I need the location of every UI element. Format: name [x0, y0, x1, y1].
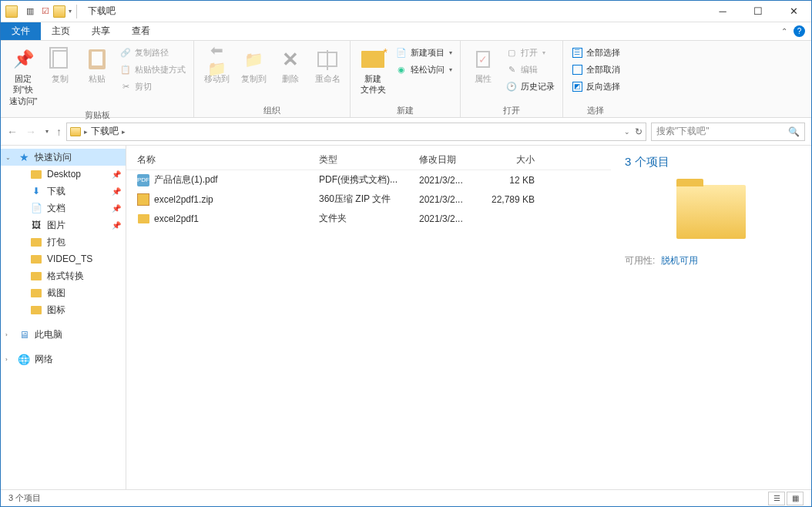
expand-icon[interactable]: ›	[5, 331, 8, 338]
tab-share[interactable]: 共享	[81, 22, 121, 40]
ribbon-group-clipboard: 📌 固定到"快 速访问" 复制 粘贴 🔗 复制路径 📋 粘贴快捷方式	[1, 41, 194, 117]
easy-access-button[interactable]: ◉ 轻松访问 ▾	[392, 61, 455, 78]
moveto-button[interactable]: ⬅📁 移动到	[199, 44, 234, 87]
copy-button[interactable]: 复制	[42, 44, 78, 87]
folder-icon	[30, 270, 42, 282]
sidebar-network[interactable]: › 🌐 网络	[1, 351, 126, 368]
column-date[interactable]: 修改日期	[419, 153, 481, 166]
breadcrumb-item[interactable]: 下载吧	[91, 125, 119, 138]
paste-icon	[89, 49, 106, 69]
details-pane: 3 个项目 可用性: 脱机可用	[611, 146, 811, 489]
ribbon-group-organize: ⬅📁 移动到 📁 复制到 ✕ 删除 重命名 组织	[194, 41, 351, 117]
sidebar-item[interactable]: 📄文档📌	[1, 200, 126, 217]
tab-view[interactable]: 查看	[121, 22, 161, 40]
file-size: 22,789 KB	[481, 194, 550, 205]
select-all-button[interactable]: ☰ 全部选择	[568, 44, 623, 61]
select-none-button[interactable]: 全部取消	[568, 61, 623, 78]
expand-icon[interactable]: ⌄	[5, 154, 11, 161]
copy-path-icon: 🔗	[119, 46, 132, 59]
navigation-bar: ← → ▾ ↑ ▸ 下载吧 ▸ ⌄ ↻ 搜索"下载吧" 🔍	[1, 118, 811, 146]
new-item-button[interactable]: 📄 新建项目 ▾	[392, 44, 455, 61]
file-row[interactable]: excel2pdf1文件夹2021/3/2...	[126, 209, 611, 228]
open-icon: ▢	[505, 46, 518, 59]
sidebar-item-label: 格式转换	[47, 270, 84, 283]
open-button[interactable]: ▢ 打开 ▾	[502, 44, 558, 61]
up-button[interactable]: ↑	[56, 126, 62, 138]
invert-selection-button[interactable]: ◩ 反向选择	[568, 78, 623, 95]
recent-dropdown-icon[interactable]: ▾	[45, 128, 49, 135]
main-area: ⌄ ★ 快速访问 Desktop📌⬇下载📌📄文档📌🖼图片📌打包VIDEO_TS格…	[1, 146, 811, 489]
tab-file[interactable]: 文件	[1, 22, 41, 40]
pin-icon: 📌	[112, 187, 121, 196]
history-button[interactable]: 🕑 历史记录	[502, 78, 558, 95]
ribbon-collapse-icon[interactable]: ⌃	[781, 27, 787, 35]
file-type: PDF(便携式文档)...	[319, 173, 419, 186]
qat-check-icon[interactable]: ☑	[39, 5, 52, 18]
properties-button[interactable]: ✓ 属性	[465, 44, 501, 87]
column-size[interactable]: 大小	[481, 153, 550, 166]
sidebar-this-pc[interactable]: › 🖥 此电脑	[1, 326, 126, 343]
address-bar[interactable]: ▸ 下载吧 ▸ ⌄ ↻	[66, 123, 646, 141]
pc-icon: 🖥	[18, 328, 30, 341]
edit-button[interactable]: ✎ 编辑	[502, 61, 558, 78]
new-folder-button[interactable]: 新建 文件夹	[355, 44, 391, 99]
file-list: 名称 类型 修改日期 大小 PDF产品信息(1).pdfPDF(便携式文档)..…	[126, 146, 611, 489]
delete-button[interactable]: ✕ 删除	[273, 44, 308, 87]
folder-icon	[30, 287, 42, 299]
ribbon-group-select: ☰ 全部选择 全部取消 ◩ 反向选择 选择	[563, 41, 628, 117]
file-name: excel2pdf1	[154, 213, 199, 224]
sidebar-item[interactable]: 截图	[1, 284, 126, 301]
sidebar-item[interactable]: 打包	[1, 233, 126, 250]
file-row[interactable]: PDF产品信息(1).pdfPDF(便携式文档)...2021/3/2...12…	[126, 170, 611, 190]
file-date: 2021/3/2...	[419, 175, 481, 186]
close-button[interactable]: ✕	[776, 1, 811, 22]
sidebar-item-label: Desktop	[47, 169, 81, 180]
file-name: 产品信息(1).pdf	[154, 173, 218, 186]
search-box[interactable]: 搜索"下载吧" 🔍	[651, 123, 805, 141]
sidebar-item[interactable]: ⬇下载📌	[1, 183, 126, 200]
tab-home[interactable]: 主页	[41, 22, 81, 40]
view-details-button[interactable]: ☰	[768, 492, 785, 505]
address-dropdown-icon[interactable]: ⌄	[624, 128, 630, 136]
file-row[interactable]: excel2pdf1.zip360压缩 ZIP 文件2021/3/2...22,…	[126, 190, 611, 209]
ribbon-group-open: ✓ 属性 ▢ 打开 ▾ ✎ 编辑 🕑 历史记录 打开	[461, 41, 563, 117]
ribbon-tabs: 文件 主页 共享 查看 ⌃ ?	[1, 22, 811, 41]
qat-dropdown-icon[interactable]: ▾	[69, 8, 72, 15]
search-icon[interactable]: 🔍	[788, 126, 800, 137]
minimize-button[interactable]: ─	[705, 1, 740, 22]
maximize-button[interactable]: ☐	[740, 1, 776, 22]
qat-properties-icon[interactable]: ▥	[24, 5, 36, 18]
refresh-button[interactable]: ↻	[635, 126, 643, 137]
address-folder-icon	[70, 127, 81, 136]
view-icons-button[interactable]: ▦	[787, 492, 804, 505]
window-title: 下载吧	[88, 5, 116, 18]
paste-shortcut-button[interactable]: 📋 粘贴快捷方式	[116, 61, 189, 78]
sidebar-item[interactable]: 格式转换	[1, 267, 126, 284]
sidebar-item[interactable]: VIDEO_TS	[1, 250, 126, 267]
expand-icon[interactable]: ›	[5, 356, 8, 363]
zip-icon	[137, 193, 149, 206]
sidebar-item[interactable]: 图标	[1, 301, 126, 318]
help-icon[interactable]: ?	[794, 25, 805, 37]
new-folder-icon	[361, 51, 384, 68]
sidebar-item[interactable]: Desktop📌	[1, 166, 126, 183]
rename-icon	[317, 52, 337, 67]
address-arrow-icon[interactable]: ▸	[122, 128, 126, 136]
details-count: 3 个项目	[625, 155, 797, 170]
cut-button[interactable]: ✂ 剪切	[116, 78, 189, 95]
sidebar-item[interactable]: 🖼图片📌	[1, 217, 126, 233]
address-arrow-icon[interactable]: ▸	[84, 128, 88, 136]
sidebar-quick-access[interactable]: ⌄ ★ 快速访问	[1, 149, 126, 166]
qat-folder-icon[interactable]	[53, 5, 65, 18]
pic-icon: 🖼	[30, 219, 42, 231]
back-button[interactable]: ←	[7, 126, 18, 138]
pin-quick-access-button[interactable]: 📌 固定到"快 速访问"	[5, 44, 41, 109]
forward-button[interactable]: →	[25, 126, 36, 138]
paste-button[interactable]: 粘贴	[79, 44, 115, 87]
column-type[interactable]: 类型	[319, 153, 419, 166]
copyto-button[interactable]: 📁 复制到	[236, 44, 271, 87]
column-name[interactable]: 名称	[126, 153, 319, 166]
edit-icon: ✎	[505, 63, 518, 76]
rename-button[interactable]: 重命名	[310, 44, 345, 87]
copy-path-button[interactable]: 🔗 复制路径	[116, 44, 189, 61]
